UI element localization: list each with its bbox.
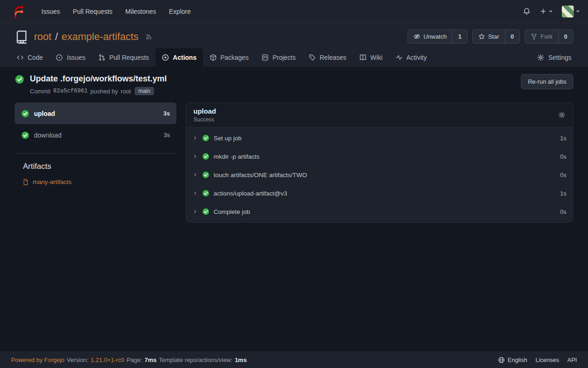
nav-item-pull-requests[interactable]: Pull Requests — [66, 0, 119, 23]
package-icon — [209, 54, 217, 61]
forks-count[interactable]: 0 — [558, 30, 573, 43]
repo-name-link[interactable]: example-artifacts — [62, 31, 139, 43]
nav-item-issues[interactable]: Issues — [35, 0, 66, 23]
step-name: touch artifacts/ONE artifacts/TWO — [214, 172, 307, 178]
chevron-down-icon — [576, 11, 580, 12]
rss-icon — [145, 33, 153, 40]
footer-info: Powered by Forgejo Version: 1.21.0+1-rc0… — [11, 356, 247, 363]
nav-item-milestones[interactable]: Milestones — [119, 0, 163, 23]
watchers-count[interactable]: 1 — [452, 30, 467, 43]
stars-count[interactable]: 0 — [505, 30, 520, 43]
rerun-all-jobs-button[interactable]: Re-run all jobs — [521, 74, 573, 89]
chevron-right-icon — [192, 172, 198, 178]
step-duration: 0s — [560, 172, 566, 178]
pushed-by-label: pushed by — [90, 88, 118, 95]
check-circle-icon — [202, 171, 209, 178]
forgejo-logo-icon — [11, 5, 25, 18]
language-selector[interactable]: English — [498, 356, 527, 363]
check-circle-icon — [202, 153, 209, 160]
job-detail-title: upload — [193, 107, 216, 115]
forgejo-app: Issues Pull Requests Milestones Explore … — [0, 0, 588, 368]
artifacts-heading: Artifacts — [15, 162, 176, 171]
language-label: English — [508, 356, 527, 363]
check-circle-icon — [202, 134, 209, 142]
notifications-button[interactable] — [523, 7, 531, 15]
tab-label: Issues — [67, 54, 85, 61]
tag-icon — [309, 54, 316, 61]
repo-owner-link[interactable]: root — [34, 31, 51, 43]
run-commit-info: Commit 82a5cf6961 pushed by root main — [30, 87, 167, 95]
job-item-upload[interactable]: upload 3s — [15, 103, 176, 124]
step-row-touch-artifacts[interactable]: touch artifacts/ONE artifacts/TWO 0s — [186, 166, 573, 184]
api-link[interactable]: API — [567, 356, 577, 363]
run-title: Update .forgejo/workflows/test.yml — [30, 74, 167, 84]
unwatch-button[interactable]: Unwatch 1 — [407, 29, 468, 44]
fork-label: Fork — [541, 33, 553, 40]
job-options-button[interactable] — [558, 111, 565, 119]
step-row-mkdir[interactable]: mkdir -p artifacts 0s — [186, 147, 573, 166]
tab-wiki[interactable]: Wiki — [353, 48, 389, 67]
tab-label: Pull Requests — [109, 54, 149, 61]
repo-tabs: Code Issues Pull Requests Actions Packag… — [0, 48, 588, 67]
run-status-success-icon — [15, 75, 24, 84]
tab-pull-requests[interactable]: Pull Requests — [92, 48, 155, 67]
repo-title-row: root / example-artifacts Unwatch 1 — [0, 29, 588, 44]
fork-button[interactable]: Fork 0 — [525, 29, 573, 44]
job-duration: 3s — [164, 110, 170, 117]
template-time-value: 1ms — [235, 356, 247, 363]
job-item-download[interactable]: download 3s — [15, 124, 176, 146]
job-detail-status: Success — [193, 116, 216, 123]
project-board-icon — [261, 54, 269, 61]
tab-label: Projects — [272, 54, 296, 61]
navbar-right — [523, 6, 580, 17]
rss-feed-button[interactable] — [145, 33, 153, 40]
tab-projects[interactable]: Projects — [255, 48, 302, 67]
tab-issues[interactable]: Issues — [49, 48, 91, 67]
commit-label: Commit — [30, 88, 51, 95]
play-circle-icon — [162, 54, 169, 61]
top-navbar: Issues Pull Requests Milestones Explore — [0, 0, 588, 23]
tab-label: Activity — [407, 54, 427, 61]
tab-actions[interactable]: Actions — [155, 48, 203, 67]
step-duration: 1s — [560, 190, 566, 197]
licenses-link[interactable]: Licenses — [536, 356, 559, 363]
template-time-label: Template repo/actions/view: — [159, 356, 232, 363]
tab-releases[interactable]: Releases — [302, 48, 353, 67]
globe-icon — [498, 356, 505, 363]
step-name: actions/upload-artifact@v3 — [214, 190, 287, 197]
tab-label: Settings — [548, 54, 571, 61]
commit-author-link[interactable]: root — [121, 88, 131, 95]
nav-item-explore[interactable]: Explore — [163, 0, 197, 23]
footer: Powered by Forgejo Version: 1.21.0+1-rc0… — [0, 351, 588, 368]
star-button[interactable]: Star 0 — [472, 29, 520, 44]
version-link[interactable]: 1.21.0+1-rc0 — [90, 356, 124, 363]
step-row-upload-artifact[interactable]: actions/upload-artifact@v3 1s — [186, 184, 573, 202]
profile-menu-button[interactable] — [562, 6, 580, 17]
chevron-down-icon — [549, 11, 553, 12]
job-name: upload — [34, 110, 55, 117]
tab-code[interactable]: Code — [10, 48, 49, 67]
tab-packages[interactable]: Packages — [203, 48, 255, 67]
tab-label: Packages — [220, 54, 249, 61]
forgejo-logo[interactable] — [8, 5, 28, 18]
step-row-complete-job[interactable]: Complete job 0s — [186, 202, 573, 221]
chevron-right-icon — [192, 135, 198, 141]
tab-activity[interactable]: Activity — [389, 48, 433, 67]
powered-by-forgejo-link[interactable]: Powered by Forgejo — [11, 356, 64, 363]
repo-header: root / example-artifacts Unwatch 1 — [0, 23, 588, 67]
step-duration: 0s — [560, 208, 566, 215]
branch-badge[interactable]: main — [135, 87, 154, 95]
commit-sha-link[interactable]: 82a5cf6961 — [53, 88, 88, 94]
tab-settings[interactable]: Settings — [531, 48, 578, 67]
page-time-label: Page: — [127, 356, 142, 363]
job-duration: 3s — [164, 132, 170, 138]
artifact-link-many-artifacts[interactable]: many-artifacts — [15, 178, 176, 185]
artifact-name: many-artifacts — [33, 178, 72, 185]
create-new-button[interactable] — [540, 8, 553, 15]
star-label: Star — [488, 33, 499, 40]
pulse-icon — [396, 54, 403, 61]
gear-icon — [558, 111, 565, 119]
file-icon — [23, 179, 29, 185]
check-circle-icon — [21, 131, 29, 139]
step-row-set-up-job[interactable]: Set up job 1s — [186, 129, 573, 147]
